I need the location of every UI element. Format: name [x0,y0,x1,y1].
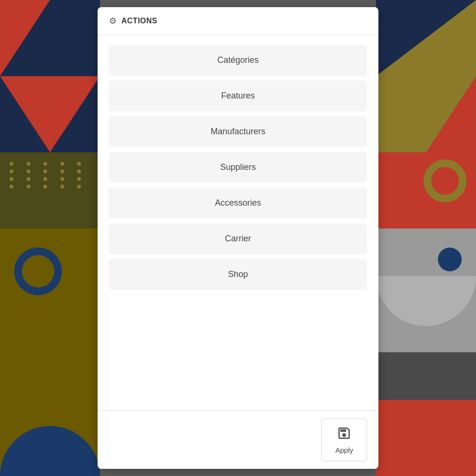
dot [60,177,64,181]
dot [10,177,13,181]
save-svg-icon [337,426,352,441]
dot [60,185,64,188]
modal-header: ⚙ ACTIONS [98,7,378,35]
dots-block [0,152,100,228]
br-bottom-red [376,400,476,476]
r-circle-block [376,152,476,228]
dots-grid [0,152,100,198]
dot [77,177,81,181]
bl-semicircle [0,426,100,476]
r-circle-outline [424,159,466,202]
save-icon [337,426,352,443]
dot [43,185,47,188]
tl-geometric-block [0,0,100,152]
actions-icon: ⚙ [109,16,117,26]
bl-circle-outline [14,248,62,295]
dot [27,185,30,188]
shop-button[interactable]: Shop [109,259,367,290]
dot [27,162,30,166]
br-dots [376,352,476,400]
dot [27,169,30,173]
br-block [376,228,476,476]
dot [60,169,64,173]
carrier-button[interactable]: Carrier [109,223,367,254]
bl-block [0,228,100,476]
accessories-button[interactable]: Accessories [109,188,367,218]
dot [77,169,81,173]
dot [60,162,64,166]
dot [10,185,13,188]
modal-title: ACTIONS [121,17,158,25]
dot [43,162,47,166]
br-semicircle [376,276,476,326]
tr-triangle-top [376,0,476,76]
modal-footer: Apply [98,410,378,469]
dot [43,169,47,173]
suppliers-button[interactable]: Suppliers [109,152,367,183]
features-button[interactable]: Features [109,80,367,111]
modal-body: Catégories Features Manufacturers Suppli… [98,35,378,410]
dot [27,177,30,181]
dot [10,162,13,166]
dot [77,185,81,188]
tr-block [376,0,476,152]
apply-button[interactable]: Apply [321,418,367,461]
dot [10,169,13,173]
apply-label: Apply [335,446,353,454]
dot [43,177,47,181]
manufacturers-button[interactable]: Manufacturers [109,116,367,147]
br-circle-sm [438,248,462,271]
tr-triangle-red [426,76,476,152]
dot [77,162,81,166]
categories-button[interactable]: Catégories [109,45,367,76]
modal-panel: ⚙ ACTIONS Catégories Features Manufactur… [98,7,378,469]
